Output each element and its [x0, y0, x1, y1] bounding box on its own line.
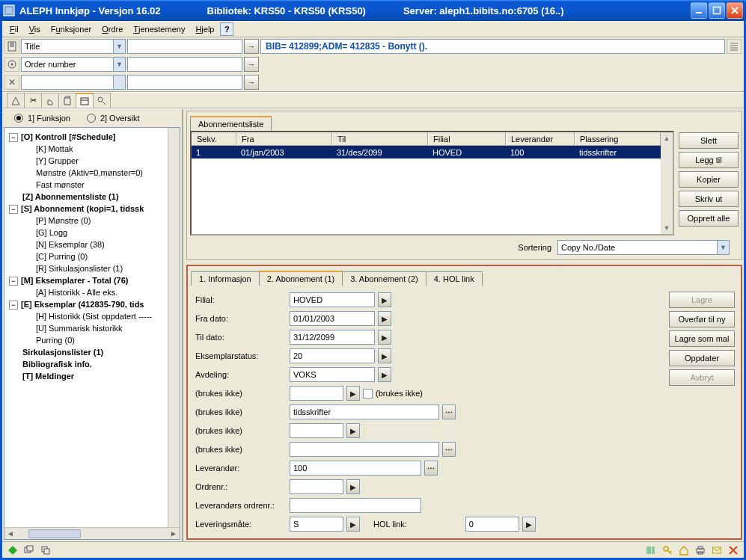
search-type-3[interactable]	[21, 75, 126, 90]
input-fra[interactable]: 01/01/2003	[290, 311, 375, 326]
scroll-up-icon[interactable]: ▲	[661, 132, 673, 144]
menu-vis[interactable]: Vis	[25, 23, 45, 35]
subscription-grid[interactable]: Sekv. Fra Til Filial Leverandør Plasseri…	[190, 131, 674, 236]
radio-oversikt[interactable]: 2] Oversikt	[87, 114, 140, 123]
transfer-button[interactable]: Overfør til ny	[669, 311, 735, 327]
input-lo[interactable]	[290, 498, 421, 513]
status-stack-icon[interactable]	[40, 544, 52, 556]
status-key-icon[interactable]	[661, 544, 673, 556]
lookup-lm[interactable]: ▶	[346, 517, 360, 532]
go-button-2[interactable]: →	[244, 57, 259, 72]
search-input-1[interactable]	[127, 39, 242, 54]
status-close-icon[interactable]	[727, 544, 739, 556]
input-lm[interactable]: S	[290, 517, 343, 532]
lookup-bi4[interactable]: ⋯	[442, 442, 456, 457]
lookup-lev[interactable]: ⋯	[424, 461, 438, 476]
delete-button[interactable]: Slett	[679, 132, 739, 149]
collapse-icon[interactable]: −	[9, 133, 18, 142]
sort-select[interactable]: Copy No./Date ▼	[557, 240, 730, 255]
menu-ordre[interactable]: Ordre	[97, 23, 127, 35]
tab-abo2[interactable]: 3. Abonnement (2)	[342, 271, 426, 286]
status-printer-icon[interactable]	[694, 544, 706, 556]
checkbox-bi1[interactable]	[363, 389, 373, 399]
scroll-thumb[interactable]	[28, 529, 81, 538]
status-diamond-icon[interactable]	[7, 544, 19, 556]
col-sekv[interactable]: Sekv.	[192, 132, 236, 146]
update-button[interactable]: Oppdater	[669, 350, 735, 366]
tree-scroll-v[interactable]	[168, 128, 180, 527]
add-button[interactable]: Legg til	[679, 152, 739, 168]
go-button-3[interactable]: →	[244, 75, 259, 90]
input-til[interactable]: 31/12/2099	[290, 330, 375, 345]
x-icon[interactable]: ✕	[4, 75, 19, 90]
search-type-2[interactable]: Order number▼	[21, 57, 126, 72]
mode-tab-1[interactable]	[7, 93, 25, 108]
input-bi4[interactable]	[290, 442, 439, 457]
search-input-2[interactable]	[127, 57, 242, 72]
minimize-button[interactable]	[691, 2, 707, 19]
lookup-bi3[interactable]: ▶	[346, 423, 360, 438]
mode-tab-4[interactable]	[58, 93, 76, 108]
mode-tab-2[interactable]: ✂	[24, 93, 42, 108]
input-ord[interactable]	[290, 479, 343, 494]
menu-tj[interactable]: Tjenestemeny	[129, 23, 189, 35]
tab-hol[interactable]: 4. HOL link	[426, 271, 483, 286]
input-lev[interactable]: 100	[290, 461, 421, 476]
mode-tab-3[interactable]	[41, 93, 59, 108]
search-type-1[interactable]: Title▼	[21, 39, 126, 54]
input-hol[interactable]: 0	[465, 517, 519, 532]
create-all-button[interactable]: Opprett alle	[679, 210, 739, 227]
maximize-button[interactable]	[709, 2, 725, 19]
scroll-left-icon[interactable]: ◄	[4, 529, 16, 538]
menu-funk[interactable]: Funksjoner	[46, 23, 96, 35]
go-button-1[interactable]: →	[244, 39, 259, 54]
print-button[interactable]: Skriv ut	[679, 191, 739, 207]
lookup-bi2[interactable]: ⋯	[442, 404, 456, 419]
input-avd[interactable]: VOKS	[290, 367, 375, 382]
search-input-3[interactable]	[127, 75, 242, 90]
save-button[interactable]: Lagre	[669, 292, 735, 308]
menu-fil[interactable]: Fil	[5, 23, 23, 35]
col-til[interactable]: Til	[332, 132, 428, 146]
save-template-button[interactable]: Lagre som mal	[669, 330, 735, 347]
status-barcode-icon[interactable]	[645, 544, 657, 556]
input-bi3[interactable]	[290, 423, 343, 438]
tab-abo1[interactable]: 2. Abonnement (1)	[259, 271, 343, 286]
tab-abonnementsliste[interactable]: Abonnementsliste	[190, 116, 272, 131]
col-plass[interactable]: Plassering	[575, 132, 661, 146]
nav-tree[interactable]: −[O] Kontroll [#Schedule] [K] Mottak [Y]…	[4, 128, 168, 527]
notebook-icon[interactable]	[4, 39, 19, 54]
table-row[interactable]: 1 01/jan/2003 31/des/2099 HOVED 100 tids…	[192, 146, 661, 159]
tree-scroll-h[interactable]: ◄ ►	[4, 527, 180, 539]
close-button[interactable]	[727, 2, 743, 19]
input-filial[interactable]: HOVED	[290, 292, 375, 307]
input-eks[interactable]: 20	[290, 348, 375, 363]
lookup-fra[interactable]: ▶	[378, 311, 391, 326]
scroll-down-icon[interactable]: ▼	[661, 222, 673, 234]
list-icon[interactable]	[727, 39, 742, 54]
target-icon[interactable]	[4, 57, 19, 72]
lookup-avd[interactable]: ▶	[378, 367, 391, 382]
lookup-ord[interactable]: ▶	[346, 479, 360, 494]
lookup-filial[interactable]: ▶	[378, 292, 391, 307]
col-fra[interactable]: Fra	[236, 132, 332, 146]
lookup-hol[interactable]: ▶	[522, 517, 536, 532]
status-windows-icon[interactable]	[23, 544, 35, 556]
lookup-bi1[interactable]: ▶	[346, 386, 360, 401]
col-lev[interactable]: Leverandør	[506, 132, 575, 146]
mode-tab-6[interactable]	[93, 93, 111, 108]
lookup-til[interactable]: ▶	[378, 330, 391, 345]
help-icon[interactable]: ?	[220, 22, 233, 36]
mode-tab-5[interactable]	[76, 93, 94, 108]
input-bi1[interactable]	[290, 386, 343, 401]
collapse-icon[interactable]: −	[9, 205, 18, 214]
tab-info[interactable]: 1. Informasjon	[191, 271, 260, 286]
collapse-icon[interactable]: −	[9, 277, 18, 286]
scroll-right-icon[interactable]: ►	[168, 529, 180, 538]
radio-funksjon[interactable]: 1] Funksjon	[14, 114, 70, 123]
grid-scrollbar[interactable]: ▲ ▼	[661, 132, 673, 234]
status-envelope-icon[interactable]	[711, 544, 723, 556]
input-bi2[interactable]: tidsskrifter	[290, 404, 439, 419]
status-home-icon[interactable]	[678, 544, 690, 556]
cancel-button[interactable]: Avbryt	[669, 369, 735, 386]
